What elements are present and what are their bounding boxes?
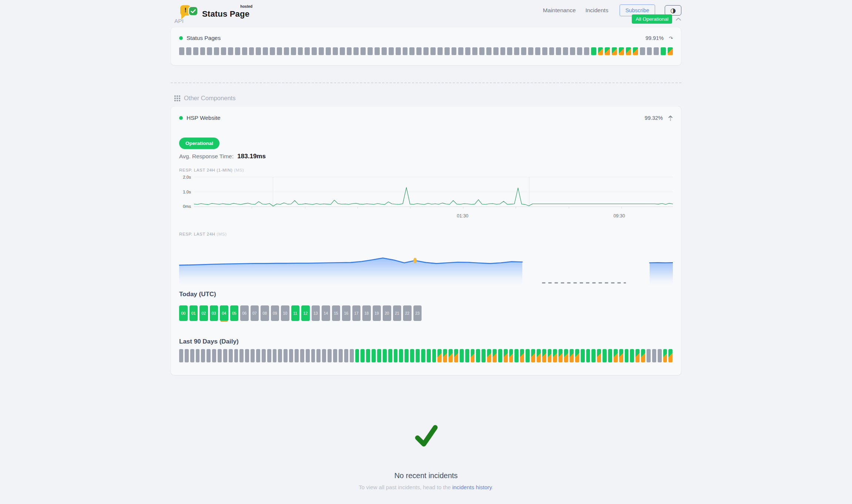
incidents-history-link[interactable]: incidents history — [452, 484, 492, 490]
hour-block-21[interactable]: 21 — [393, 305, 402, 321]
daily-bar[interactable] — [575, 349, 579, 362]
uptime-bar[interactable] — [193, 47, 198, 55]
uptime-bar[interactable] — [221, 47, 226, 55]
daily-bar[interactable] — [251, 349, 255, 362]
daily-bar[interactable] — [449, 349, 453, 362]
uptime-bar[interactable] — [263, 47, 268, 55]
daily-bar[interactable] — [603, 349, 607, 362]
daily-bar[interactable] — [526, 349, 530, 362]
daily-bar[interactable] — [333, 349, 337, 362]
chevron-up-icon[interactable] — [675, 17, 681, 21]
uptime-bar[interactable] — [570, 47, 575, 55]
uptime-bar[interactable] — [598, 47, 603, 55]
daily-bar[interactable] — [405, 349, 409, 362]
daily-bar[interactable] — [289, 349, 293, 362]
hour-block-16[interactable]: 16 — [342, 305, 350, 321]
daily-bar[interactable] — [284, 349, 288, 362]
uptime-bar[interactable] — [507, 47, 512, 55]
uptime-bar[interactable] — [542, 47, 547, 55]
uptime-bar[interactable] — [633, 47, 638, 55]
daily-bar[interactable] — [427, 349, 431, 362]
daily-bar[interactable] — [316, 349, 321, 362]
hour-block-19[interactable]: 19 — [373, 305, 381, 321]
uptime-bar[interactable] — [619, 47, 624, 55]
daily-bar[interactable] — [179, 349, 183, 362]
daily-bar[interactable] — [641, 349, 645, 362]
uptime-bar[interactable] — [416, 47, 422, 55]
daily-bar[interactable] — [663, 349, 667, 362]
daily-bar[interactable] — [537, 349, 541, 362]
daily-bar[interactable] — [504, 349, 508, 362]
response-time-line-chart[interactable]: 2.0s1.0s0ms01:3009:30 — [179, 174, 673, 221]
uptime-bar[interactable] — [647, 47, 652, 55]
uptime-bar[interactable] — [270, 47, 275, 55]
uptime-bar[interactable] — [360, 47, 366, 55]
daily-bar[interactable] — [239, 349, 244, 362]
hour-block-06[interactable]: 06 — [240, 305, 249, 321]
uptime-bar[interactable] — [353, 47, 359, 55]
daily-bar[interactable] — [201, 349, 205, 362]
daily-bar[interactable] — [410, 349, 414, 362]
uptime-bar[interactable] — [584, 47, 589, 55]
uptime-bar[interactable] — [521, 47, 526, 55]
uptime-bar[interactable] — [207, 47, 212, 55]
uptime-bar[interactable] — [661, 47, 666, 55]
hour-block-23[interactable]: 23 — [413, 305, 422, 321]
daily-bar[interactable] — [218, 349, 222, 362]
uptime-bar[interactable] — [179, 47, 184, 55]
uptime-bar[interactable] — [640, 47, 645, 55]
daily-bar[interactable] — [295, 349, 299, 362]
daily-bar[interactable] — [377, 349, 381, 362]
uptime-bar[interactable] — [228, 47, 233, 55]
daily-bar[interactable] — [207, 349, 211, 362]
hour-block-00[interactable]: 00 — [179, 305, 188, 321]
uptime-bar[interactable] — [396, 47, 401, 55]
daily-bar[interactable] — [245, 349, 249, 362]
daily-bar[interactable] — [262, 349, 266, 362]
refresh-icon[interactable]: ↷ — [669, 35, 673, 41]
daily-bar[interactable] — [493, 349, 497, 362]
daily-bar[interactable] — [591, 349, 596, 362]
daily-bar[interactable] — [614, 349, 618, 362]
daily-bar[interactable] — [267, 349, 271, 362]
uptime-bar[interactable] — [347, 47, 352, 55]
uptime-bar[interactable] — [472, 47, 477, 55]
uptime-bar[interactable] — [549, 47, 554, 55]
daily-bar[interactable] — [185, 349, 189, 362]
daily-bar[interactable] — [306, 349, 310, 362]
uptime-bar[interactable] — [375, 47, 380, 55]
hour-block-10[interactable]: 10 — [281, 305, 289, 321]
daily-bar[interactable] — [223, 349, 227, 362]
uptime-bar[interactable] — [305, 47, 310, 55]
daily-bar[interactable] — [344, 349, 348, 362]
uptime-bar[interactable] — [465, 47, 470, 55]
uptime-bar[interactable] — [493, 47, 499, 55]
uptime-bar[interactable] — [612, 47, 617, 55]
hour-block-04[interactable]: 04 — [220, 305, 228, 321]
daily-bar[interactable] — [635, 349, 640, 362]
daily-bar[interactable] — [509, 349, 513, 362]
daily-bar[interactable] — [372, 349, 376, 362]
daily-bar[interactable] — [328, 349, 332, 362]
daily-bar[interactable] — [388, 349, 392, 362]
hour-block-01[interactable]: 01 — [189, 305, 198, 321]
uptime-bar[interactable] — [291, 47, 296, 55]
daily-bar[interactable] — [460, 349, 464, 362]
daily-bar[interactable] — [360, 349, 365, 362]
uptime-bar[interactable] — [298, 47, 303, 55]
daily-bar[interactable] — [273, 349, 277, 362]
daily-bar[interactable] — [196, 349, 200, 362]
daily-bar[interactable] — [476, 349, 480, 362]
uptime-bar[interactable] — [591, 47, 596, 55]
uptime-bar[interactable] — [256, 47, 261, 55]
daily-bar[interactable] — [564, 349, 568, 362]
daily-bar[interactable] — [300, 349, 304, 362]
daily-bar[interactable] — [234, 349, 238, 362]
daily-bar[interactable] — [416, 349, 420, 362]
daily-bar[interactable] — [581, 349, 585, 362]
uptime-bar[interactable] — [423, 47, 429, 55]
hour-block-22[interactable]: 22 — [403, 305, 412, 321]
uptime-bar[interactable] — [500, 47, 506, 55]
uptime-bar[interactable] — [333, 47, 338, 55]
uptime-bar[interactable] — [312, 47, 317, 55]
